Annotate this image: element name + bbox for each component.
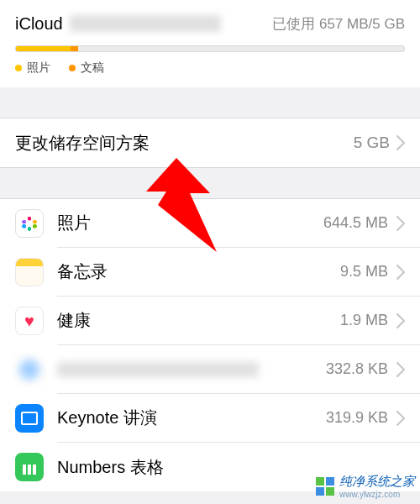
account-name-masked <box>70 15 221 32</box>
section-gap <box>0 87 420 118</box>
change-storage-plan-row[interactable]: 更改储存空间方案 5 GB <box>0 118 420 168</box>
change-storage-plan-label: 更改储存空间方案 <box>15 132 150 155</box>
storage-bar-photos <box>16 46 71 51</box>
legend-photos: 照片 <box>15 60 50 76</box>
icloud-account-name: iCloud <box>15 14 221 34</box>
storage-bar-docs <box>71 46 78 51</box>
storage-usage-bar <box>15 45 405 52</box>
app-name: 健康 <box>57 309 91 332</box>
chevron-right-icon <box>396 411 405 426</box>
app-size: 319.9 KB <box>326 409 388 427</box>
legend-docs: 文稿 <box>69 60 104 76</box>
chevron-right-icon <box>396 216 405 231</box>
storage-top-row: iCloud 已使用 657 MB/5 GB <box>15 12 405 35</box>
app-name: Numbers 表格 <box>57 456 164 479</box>
watermark-text: 纯净系统之家 <box>339 474 415 488</box>
list-item[interactable]: 332.8 KB <box>0 345 420 394</box>
app-name: 备忘录 <box>57 260 108 283</box>
blurred-icon <box>15 355 44 384</box>
plan-right: 5 GB <box>354 134 405 152</box>
plan-value: 5 GB <box>354 134 390 152</box>
storage-usage-text: 已使用 657 MB/5 GB <box>272 14 405 34</box>
chevron-right-icon <box>396 265 405 280</box>
chevron-right-icon <box>396 135 405 150</box>
watermark-logo-icon <box>316 477 334 496</box>
dot-icon <box>69 65 76 71</box>
app-size: 9.5 MB <box>340 263 388 281</box>
icloud-storage-header: iCloud 已使用 657 MB/5 GB 照片 文稿 <box>0 0 420 87</box>
chevron-right-icon <box>396 313 405 328</box>
watermark: 纯净系统之家 www.ylwzjz.com <box>316 474 415 499</box>
dot-icon <box>15 65 22 71</box>
app-name: 照片 <box>57 212 91 234</box>
app-storage-list: 照片 644.5 MB 备忘录 9.5 MB ♥ 健康 1.9 MB <box>0 198 420 491</box>
notes-icon <box>15 258 44 286</box>
list-item[interactable]: Keynote 讲演 319.9 KB <box>0 394 420 443</box>
chevron-right-icon <box>396 362 405 377</box>
icloud-label: iCloud <box>15 14 63 34</box>
list-item[interactable]: ♥ 健康 1.9 MB <box>0 297 420 345</box>
list-item[interactable]: 照片 644.5 MB <box>0 199 420 248</box>
watermark-sub: www.ylwzjz.com <box>339 490 415 499</box>
app-size: 644.5 MB <box>323 214 388 232</box>
numbers-icon <box>15 453 44 481</box>
keynote-icon <box>15 404 44 433</box>
app-name-masked <box>57 362 259 377</box>
app-name: Keynote 讲演 <box>57 407 157 429</box>
storage-legend: 照片 文稿 <box>15 60 405 76</box>
photos-icon <box>15 209 44 238</box>
health-icon: ♥ <box>15 307 44 335</box>
app-size: 332.8 KB <box>326 360 388 378</box>
app-size: 1.9 MB <box>340 312 388 329</box>
section-gap <box>0 168 420 198</box>
list-item[interactable]: 备忘录 9.5 MB <box>0 248 420 297</box>
